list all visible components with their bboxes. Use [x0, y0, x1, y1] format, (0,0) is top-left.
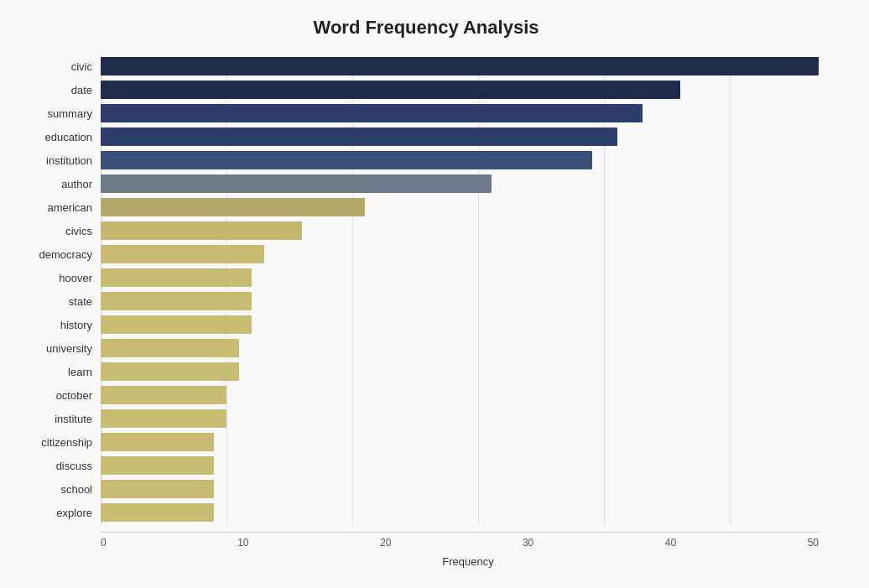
bar — [101, 362, 239, 381]
bar-row: school — [101, 478, 819, 500]
bar — [101, 245, 264, 263]
bars-wrapper: civicdatesummaryeducationinstitutionauth… — [17, 55, 835, 525]
bar-label: school — [17, 483, 101, 496]
bar-row: learn — [101, 361, 819, 382]
bar-row: hoover — [101, 267, 819, 289]
chart-container: Word Frequency Analysis civicdatesummary… — [0, 0, 869, 588]
bar-row: history — [101, 314, 819, 336]
x-axis-label: Frequency — [101, 555, 835, 568]
bar-label: learn — [17, 366, 101, 378]
x-tick: 50 — [808, 537, 819, 549]
bar — [101, 81, 680, 99]
bar — [101, 198, 365, 216]
x-tick: 10 — [237, 537, 248, 549]
bar-label: citizenship — [17, 436, 101, 449]
bar-label: education — [17, 131, 101, 143]
bar-row: explore — [101, 502, 819, 523]
bar-row: democracy — [101, 243, 819, 265]
bar-row: university — [101, 337, 819, 359]
bar-row: date — [101, 79, 819, 101]
bar — [101, 386, 226, 404]
bar-label: institution — [17, 154, 101, 167]
bar-row: october — [101, 384, 819, 406]
bar-label: hoover — [17, 272, 101, 284]
bar-row: american — [101, 196, 819, 218]
bar — [101, 151, 592, 169]
x-tick: 30 — [523, 537, 533, 549]
bar — [101, 315, 252, 334]
bar-row: institution — [101, 149, 819, 171]
bar-row: civics — [101, 220, 819, 242]
bar-label: explore — [17, 507, 101, 519]
bar-label: discuss — [17, 460, 101, 472]
bar-row: state — [101, 290, 819, 312]
bar-row: discuss — [101, 455, 819, 476]
bar — [101, 409, 226, 428]
bar-row: institute — [101, 408, 819, 429]
bar-label: university — [17, 342, 101, 355]
bar — [101, 339, 239, 357]
bar-row: education — [101, 126, 819, 148]
bar — [101, 127, 617, 146]
bar-row: citizenship — [101, 431, 819, 453]
bar-row: author — [101, 173, 819, 195]
chart-area: civicdatesummaryeducationinstitutionauth… — [101, 55, 819, 525]
bar-label: american — [17, 201, 101, 214]
bar-label: civic — [17, 60, 101, 73]
bar — [101, 104, 643, 122]
bar-label: author — [17, 178, 101, 190]
bar — [101, 221, 302, 240]
bar — [101, 174, 492, 193]
bar — [101, 268, 252, 287]
bar-label: democracy — [17, 248, 101, 261]
bar — [101, 503, 214, 522]
bar — [101, 433, 214, 451]
bar — [101, 456, 214, 475]
bar-label: state — [17, 295, 101, 308]
bar-label: civics — [17, 225, 101, 237]
bar-label: summary — [17, 107, 101, 120]
x-tick: 20 — [380, 537, 391, 549]
bar-row: civic — [101, 55, 819, 77]
x-tick: 40 — [665, 537, 676, 549]
bar — [101, 57, 819, 75]
x-axis: 01020304050 — [101, 532, 819, 549]
bar — [101, 480, 214, 498]
bar-label: institute — [17, 413, 101, 425]
x-tick: 0 — [101, 537, 107, 549]
bar-label: date — [17, 84, 101, 96]
bar-row: summary — [101, 102, 819, 124]
bar-label: october — [17, 389, 101, 402]
bar — [101, 292, 252, 310]
bar-label: history — [17, 319, 101, 331]
chart-title: Word Frequency Analysis — [17, 17, 835, 39]
